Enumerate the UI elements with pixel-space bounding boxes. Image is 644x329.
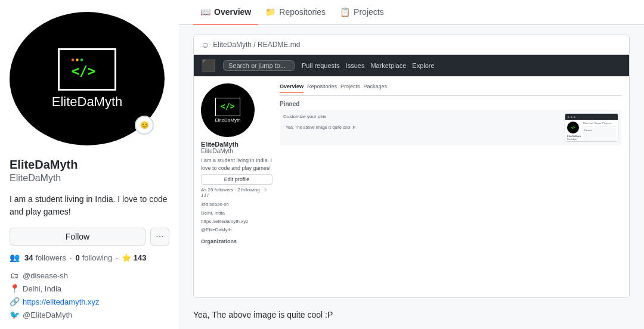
mini-edit-profile-btn[interactable]: Edit profile xyxy=(201,174,273,185)
meta-username-item: 🗂 @disease-sh xyxy=(10,271,169,280)
main-content: 📖 Overview 📁 Repositories 📋 Projects ☺ E… xyxy=(179,0,644,329)
bottom-readme-text: Yea, The above image is quite cool :P xyxy=(193,305,630,319)
tab-projects[interactable]: 📋 Projects xyxy=(333,0,391,25)
projects-icon: 📋 xyxy=(340,7,350,17)
profile-name-block: EliteDaMyth EliteDaMyth xyxy=(10,157,169,184)
mini-profile-username: EliteDaMyth xyxy=(201,148,273,154)
meta-location-item: 📍 Delhi, India xyxy=(10,284,169,293)
mini-stats: As 29 followers · 2 following · ☆ 137 xyxy=(201,187,273,198)
meta-location: Delhi, India xyxy=(23,284,61,293)
mini-nav-explore: Explore xyxy=(412,62,434,69)
mini-tab-overview[interactable]: Overview xyxy=(280,83,304,93)
mini-orgs-label: Organizations xyxy=(201,238,273,244)
mini-avatar-icon: </> xyxy=(215,98,240,116)
mini-avatar-name: EliteDaMyth xyxy=(215,117,240,123)
followers-count[interactable]: 34 xyxy=(24,253,33,262)
top-tabs: 📖 Overview 📁 Repositories 📋 Projects xyxy=(179,0,644,25)
avatar-code-icon: </> xyxy=(58,48,116,91)
mini-profile-name: EliteDaMyth xyxy=(201,141,273,148)
mini-tab-projects[interactable]: Projects xyxy=(340,83,360,93)
dot-separator-2: · xyxy=(116,253,118,262)
mini-tabs: Overview Repositories Projects Packages xyxy=(280,83,622,96)
username-icon: 🗂 xyxy=(10,271,19,280)
mini-meta-website: https://elitedamyth.xyz xyxy=(201,218,273,226)
mini-nav-links: Pull requests Issues Marketplace Explore xyxy=(302,62,435,69)
svg-point-3 xyxy=(80,58,83,61)
mini-nav-issues: Issues xyxy=(346,62,365,69)
avatar: </> EliteDaMyth 😊 xyxy=(10,12,165,145)
mini-meta-twitter: @EliteDaMyth xyxy=(201,226,273,234)
overview-icon: 📖 xyxy=(200,7,210,17)
mini-tab-packages[interactable]: Packages xyxy=(364,83,388,93)
profile-actions: Follow ··· xyxy=(10,228,169,246)
mini-main: Overview Repositories Projects Packages … xyxy=(280,83,622,247)
link-icon: 🔗 xyxy=(10,297,19,306)
follow-button[interactable]: Follow xyxy=(10,228,145,246)
following-count[interactable]: 0 xyxy=(75,253,79,262)
followers-icon: 👥 xyxy=(10,253,20,262)
meta-username: @disease-sh xyxy=(23,271,68,280)
mini-meta: @disease-sh Delhi, India https://eliteda… xyxy=(201,200,273,235)
svg-text:</>: </> xyxy=(221,102,235,111)
meta-website-link[interactable]: https://elitedamyth.xyz xyxy=(23,297,100,306)
deep-preview: </> EliteDaMyth EliteDaMyth Overview xyxy=(565,113,618,142)
readme-icon: ☺ xyxy=(201,40,209,49)
mini-meta-location: Delhi, India xyxy=(201,209,273,218)
profile-username: EliteDaMyth xyxy=(10,173,169,184)
mini-github-logo: ⬛ xyxy=(201,58,216,73)
mini-profile-content: </> EliteDaMyth EliteDaMyth EliteDaMyth … xyxy=(194,76,629,254)
twitter-icon: 🐦 xyxy=(10,310,19,319)
preview-card-header: ☺ EliteDaMyth / README.md xyxy=(194,35,629,55)
mini-avatar: </> EliteDaMyth xyxy=(201,83,255,137)
following-label: following xyxy=(82,253,113,262)
repositories-label: Repositories xyxy=(279,7,326,17)
tab-overview[interactable]: 📖 Overview xyxy=(193,0,258,25)
mini-meta-username: @disease-sh xyxy=(201,200,273,209)
preview-inner: ⬛ Search or jump to... Pull requests Iss… xyxy=(194,55,629,297)
mini-nav-pullrequests: Pull requests xyxy=(302,62,340,69)
projects-label: Projects xyxy=(354,7,384,17)
profile-meta: 🗂 @disease-sh 📍 Delhi, India 🔗 https://e… xyxy=(10,271,169,319)
mini-readme-area: Customize your pins Yea, The above image… xyxy=(280,110,622,145)
repositories-icon: 📁 xyxy=(265,7,275,17)
profile-name: EliteDaMyth xyxy=(10,157,169,172)
overview-label: Overview xyxy=(214,7,251,17)
mini-nav-marketplace: Marketplace xyxy=(370,62,406,69)
mini-pinned-label: Pinned xyxy=(280,101,622,107)
mini-search-box[interactable]: Search or jump to... xyxy=(223,60,295,71)
svg-text:</>: </> xyxy=(72,63,96,79)
meta-website-item: 🔗 https://elitedamyth.xyz xyxy=(10,297,169,306)
followers-label: followers xyxy=(35,253,66,262)
meta-twitter: @EliteDaMyth xyxy=(23,311,72,319)
stars-icon: ⭐ xyxy=(122,253,131,262)
stars-count[interactable]: 143 xyxy=(134,253,147,262)
tab-repositories[interactable]: 📁 Repositories xyxy=(258,0,333,25)
avatar-name-text: EliteDaMyth xyxy=(52,94,123,110)
mini-sidebar: </> EliteDaMyth EliteDaMyth EliteDaMyth … xyxy=(201,83,273,247)
stats-row: 👥 34 followers · 0 following · ⭐ 143 xyxy=(10,253,169,262)
location-icon: 📍 xyxy=(10,284,19,293)
preview-card: ☺ EliteDaMyth / README.md ⬛ Search or ju… xyxy=(193,35,630,298)
svg-point-2 xyxy=(76,58,79,61)
avatar-small-badge: 😊 xyxy=(135,116,154,135)
profile-bio: I am a student living in India. I love t… xyxy=(10,193,169,218)
svg-point-1 xyxy=(72,58,75,61)
more-options-button[interactable]: ··· xyxy=(150,228,169,246)
preview-area: ☺ EliteDaMyth / README.md ⬛ Search or ju… xyxy=(179,25,644,329)
sidebar: </> EliteDaMyth 😊 EliteDaMyth EliteDaMyt… xyxy=(0,0,179,329)
preview-header-path: EliteDaMyth / README.md xyxy=(213,41,300,49)
mini-profile-bio: I am a student living in India. I love t… xyxy=(201,157,273,172)
mini-nav: ⬛ Search or jump to... Pull requests Iss… xyxy=(194,55,629,76)
meta-twitter-item: 🐦 @EliteDaMyth xyxy=(10,310,169,319)
mini-tab-repositories[interactable]: Repositories xyxy=(307,83,337,93)
mini-search-placeholder: Search or jump to... xyxy=(228,62,286,69)
dot-separator-1: · xyxy=(70,253,72,262)
